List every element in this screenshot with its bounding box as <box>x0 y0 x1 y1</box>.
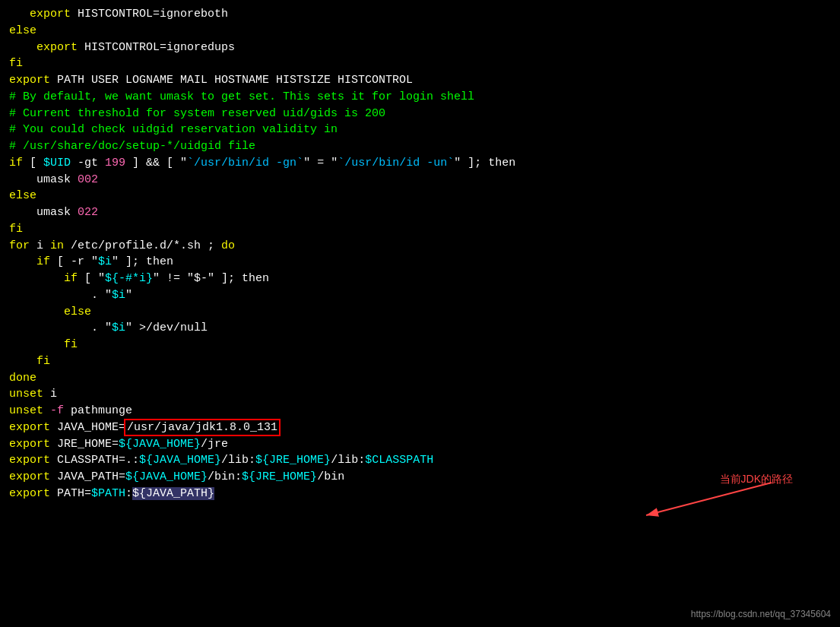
code-line: # By default, we want umask to get set. … <box>9 89 831 106</box>
code-line: fi <box>9 221 831 238</box>
code-line: . "$i" >/dev/null <box>9 320 831 337</box>
svg-line-1 <box>646 483 772 515</box>
code-line: umask 002 <box>9 172 831 188</box>
code-line: export JAVA_HOME=/usr/java/jdk1.8.0_131 <box>9 420 831 436</box>
code-line: done <box>9 370 831 387</box>
code-line: fi <box>9 55 831 72</box>
code-line: else <box>9 304 831 321</box>
code-line: umask 022 <box>9 204 831 221</box>
code-line: if [ $UID -gt 199 ] && [ "`/usr/bin/id -… <box>9 155 831 172</box>
watermark: https://blog.csdn.net/qq_37345604 <box>691 608 831 621</box>
code-line: # Current threshold for system reserved … <box>9 106 831 122</box>
code-line: for i in /etc/profile.d/*.sh ; do <box>9 238 831 255</box>
code-line: export PATH USER LOGNAME MAIL HOSTNAME H… <box>9 72 831 89</box>
code-line: export CLASSPATH=.:${JAVA_HOME}/lib:${JR… <box>9 452 831 469</box>
code-line: . "$i" <box>9 287 831 304</box>
code-line: else <box>9 188 831 204</box>
code-line: if [ -r "$i" ]; then <box>9 254 831 271</box>
code-line: unset i <box>9 386 831 403</box>
code-line: fi <box>9 353 831 370</box>
code-line: export JRE_HOME=${JAVA_HOME}/jre <box>9 436 831 453</box>
code-line: unset -f pathmunge <box>9 403 831 420</box>
annotation-arrow <box>631 479 798 521</box>
code-line: # /usr/share/doc/setup-*/uidgid file <box>9 138 831 155</box>
code-line: export HISTCONTROL=ignoreboth <box>9 6 831 23</box>
code-line: else <box>9 23 831 40</box>
code-container: export HISTCONTROL=ignoreboth else expor… <box>0 0 840 508</box>
java-home-path: /usr/java/jdk1.8.0_131 <box>125 420 279 435</box>
code-line: fi <box>9 337 831 353</box>
code-line: export HISTCONTROL=ignoredups <box>9 40 831 56</box>
code-line: # You could check uidgid reservation val… <box>9 122 831 138</box>
code-line: if [ "${-#*i}" != "$-" ]; then <box>9 271 831 287</box>
